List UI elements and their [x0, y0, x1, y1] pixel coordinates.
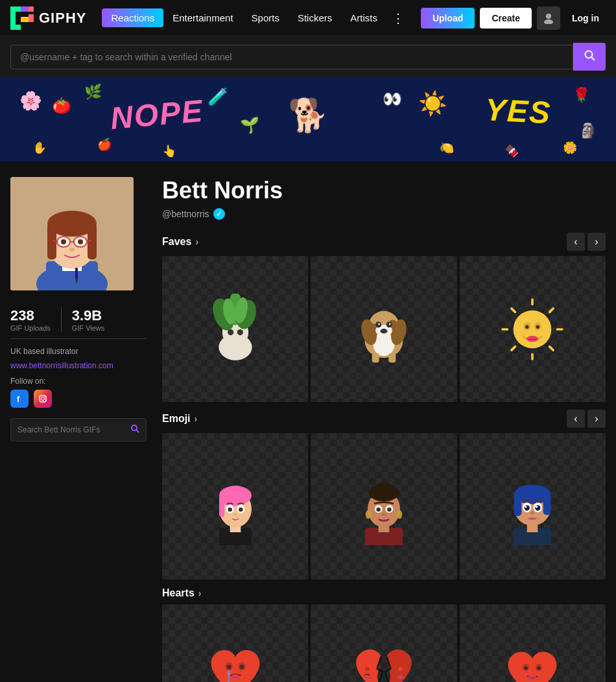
faves-gif-1-content	[162, 256, 308, 402]
profile-main: Bett Norris @bettnorris ✓ Faves › ‹ ›	[162, 177, 606, 682]
svg-point-72	[536, 325, 540, 329]
emoji-gif-1-content	[162, 433, 308, 579]
svg-point-82	[228, 508, 232, 512]
social-icons: f	[10, 390, 147, 408]
svg-point-26	[69, 248, 75, 252]
banner-hand: ✋	[32, 141, 47, 155]
hearts-chevron-icon: ›	[198, 588, 202, 598]
login-button[interactable]: Log in	[565, 8, 606, 29]
banner-daisy: 🌼	[563, 141, 577, 155]
svg-point-89	[374, 482, 394, 495]
svg-point-120	[397, 675, 405, 679]
svg-point-32	[45, 396, 46, 397]
search-input[interactable]	[10, 45, 573, 69]
nav-reactions[interactable]: Reactions	[102, 8, 163, 27]
hearts-gif-2-content	[311, 604, 456, 682]
search-bar	[0, 36, 616, 77]
banner-nope-text: NOPE	[109, 93, 205, 136]
nav-stickers[interactable]: Stickers	[289, 8, 341, 27]
hearts-gif-1[interactable]	[162, 604, 308, 682]
banner-apple: 🍎	[97, 137, 112, 152]
emoji-chevron-icon: ›	[195, 414, 198, 424]
faves-prev-button[interactable]: ‹	[567, 233, 585, 251]
emoji-gif-2-content	[311, 433, 456, 579]
upload-button[interactable]: Upload	[421, 8, 475, 29]
gif-uploads-label: GIF Uploads	[10, 324, 51, 332]
nav-artists[interactable]: Artists	[341, 8, 386, 27]
faves-gif-2[interactable]	[311, 256, 456, 402]
faves-gif-1[interactable]	[162, 256, 308, 402]
more-menu-button[interactable]: ⋮	[386, 10, 410, 26]
hearts-label: Hearts	[162, 587, 195, 599]
banner-chocolate: 🍫	[504, 144, 519, 158]
svg-point-8	[544, 19, 553, 24]
nav-entertainment[interactable]: Entertainment	[163, 8, 242, 27]
facebook-icon[interactable]: f	[10, 390, 29, 408]
faves-chevron-icon: ›	[195, 237, 198, 247]
svg-point-22	[78, 239, 83, 244]
svg-point-90	[366, 510, 371, 519]
svg-point-9	[586, 51, 593, 58]
faves-grid	[162, 256, 606, 402]
banner-flower: 🌸	[19, 90, 42, 112]
svg-point-31	[41, 397, 45, 401]
faves-title[interactable]: Faves ›	[162, 236, 198, 248]
channel-search-button[interactable]	[124, 419, 146, 441]
faves-gif-3[interactable]	[460, 256, 606, 402]
banner-eyes: 👀	[383, 90, 402, 108]
svg-point-116	[231, 674, 239, 679]
svg-point-108	[536, 506, 538, 508]
banner-content: 🌸 🍅 🌿 NOPE 🧪 🌱 🐕 👀 ☀️ YES 🌹 🗿 ✋ 🍎 👆 🍋 🍫 …	[0, 77, 616, 161]
svg-point-83	[239, 508, 243, 512]
svg-point-94	[376, 508, 381, 512]
search-submit-button[interactable]	[573, 43, 606, 71]
svg-point-21	[61, 239, 66, 244]
create-button[interactable]: Create	[480, 8, 532, 29]
emoji-gif-3[interactable]	[460, 433, 606, 579]
emoji-next-button[interactable]: ›	[587, 410, 606, 428]
logo[interactable]: GIPHY	[10, 6, 86, 30]
gif-uploads-stat: 238 GIF Uploads	[10, 307, 51, 332]
emoji-prev-button[interactable]: ‹	[567, 410, 585, 428]
hearts-gif-3[interactable]	[460, 604, 606, 682]
user-icon-button[interactable]	[537, 6, 560, 30]
svg-point-33	[132, 425, 137, 430]
svg-point-106	[535, 505, 540, 510]
gif-views-count: 3.9B	[72, 307, 105, 324]
channel-search	[10, 418, 147, 441]
emoji-section: Emoji › ‹ ›	[162, 410, 606, 579]
instagram-icon[interactable]	[34, 390, 52, 408]
faves-next-button[interactable]: ›	[587, 233, 606, 251]
main-header: GIPHY Reactions Entertainment Sports Sti…	[0, 0, 616, 36]
svg-rect-2	[16, 25, 21, 30]
emoji-title[interactable]: Emoji ›	[162, 413, 197, 425]
emoji-label: Emoji	[162, 413, 191, 425]
follow-on-label: Follow on:	[10, 377, 147, 386]
svg-point-73	[527, 336, 538, 342]
svg-point-56	[389, 323, 391, 325]
main-nav: Reactions Entertainment Sports Stickers …	[102, 8, 420, 27]
faves-nav: ‹ ›	[567, 233, 606, 251]
emoji-gif-1[interactable]	[162, 433, 308, 579]
svg-point-113	[239, 664, 244, 669]
banner-finger: 👆	[162, 144, 176, 158]
svg-point-95	[387, 508, 392, 512]
profile-avatar	[10, 177, 134, 290]
svg-point-71	[525, 325, 529, 329]
hearts-gif-3-content	[460, 604, 606, 682]
svg-point-43	[228, 329, 233, 335]
channel-search-input[interactable]	[11, 420, 124, 440]
svg-point-112	[226, 664, 231, 669]
banner-yes-text: YES	[484, 91, 552, 130]
svg-point-105	[525, 505, 530, 510]
profile-website-link[interactable]: www.bettnorrisillustration.com	[10, 361, 147, 370]
nav-sports[interactable]: Sports	[243, 8, 289, 27]
hearts-gif-2[interactable]	[311, 604, 456, 682]
svg-line-34	[136, 430, 139, 432]
hearts-title[interactable]: Hearts ›	[162, 587, 201, 599]
username-text: @bettnorris	[162, 209, 209, 219]
faves-gif-3-content	[460, 256, 606, 402]
emoji-gif-2[interactable]	[311, 433, 456, 579]
svg-rect-3	[21, 6, 29, 12]
faves-label: Faves	[162, 236, 191, 248]
